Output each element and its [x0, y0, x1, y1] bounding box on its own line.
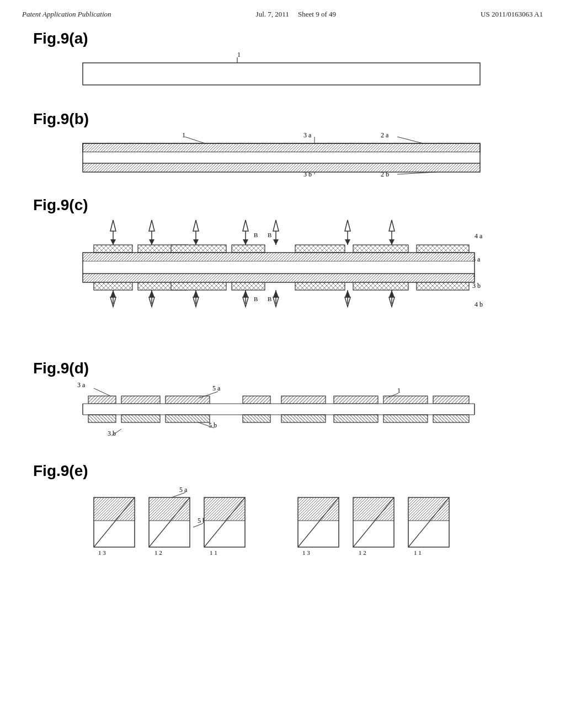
fig9e-svg: 5 a 5 b 1 3 1 2 [77, 483, 497, 571]
svg-rect-62 [232, 282, 265, 290]
header-sheet: Sheet 9 of 49 [298, 10, 336, 18]
svg-rect-113 [166, 415, 210, 422]
svg-marker-76 [243, 290, 248, 297]
svg-text:4 a: 4 a [475, 232, 483, 240]
fig9b-block: Fig.9(b) 1 3 a 2 a 3 b 2 b [33, 110, 532, 181]
svg-rect-99 [121, 396, 160, 404]
svg-rect-46 [171, 245, 226, 253]
svg-rect-101 [243, 396, 270, 404]
svg-text:5 a: 5 a [212, 384, 221, 392]
svg-rect-106 [83, 404, 475, 415]
fig9d-label: Fig.9(d) [33, 360, 532, 377]
svg-text:5 a: 5 a [179, 486, 188, 494]
svg-rect-102 [281, 396, 326, 404]
svg-rect-115 [281, 415, 326, 422]
svg-rect-59 [94, 282, 132, 290]
svg-rect-155 [408, 497, 449, 521]
svg-marker-26 [193, 220, 199, 231]
svg-rect-58 [83, 274, 475, 282]
header-date: Jul. 7, 2011 [256, 10, 289, 18]
svg-rect-103 [334, 396, 378, 404]
fig9c-svg: B B 4 a 3 a [77, 217, 497, 344]
fig9a-diagram: 1 [77, 51, 532, 95]
svg-rect-130 [94, 497, 135, 521]
svg-rect-100 [166, 396, 210, 404]
svg-marker-79 [273, 290, 279, 297]
svg-marker-37 [345, 239, 350, 245]
svg-rect-105 [433, 396, 469, 404]
svg-rect-49 [353, 245, 408, 253]
svg-marker-35 [345, 220, 350, 231]
svg-text:B: B [268, 232, 271, 238]
svg-marker-25 [149, 239, 154, 245]
svg-marker-38 [389, 220, 395, 231]
svg-rect-98 [88, 396, 116, 404]
svg-marker-85 [389, 290, 395, 297]
fig9c-block: Fig.9(c) [33, 196, 532, 344]
svg-marker-20 [110, 220, 116, 231]
svg-marker-29 [243, 220, 248, 231]
svg-marker-31 [243, 239, 248, 245]
svg-rect-135 [149, 497, 190, 521]
fig9b-diagram: 1 3 a 2 a 3 b 2 b [77, 131, 532, 181]
svg-rect-13 [83, 163, 480, 172]
svg-rect-9 [83, 143, 480, 152]
svg-rect-47 [232, 245, 265, 253]
fig9d-block: Fig.9(d) 3 a 5 a 1 [33, 360, 532, 447]
header-center: Jul. 7, 2011 Sheet 9 of 49 [256, 10, 336, 19]
svg-text:1 1: 1 1 [414, 549, 422, 556]
fig9b-svg [77, 131, 497, 181]
svg-marker-22 [110, 239, 116, 245]
svg-rect-44 [94, 245, 132, 253]
svg-rect-48 [295, 245, 345, 253]
svg-rect-140 [204, 497, 245, 521]
fig9a-label: Fig.9(a) [33, 30, 532, 47]
svg-rect-145 [298, 497, 339, 521]
svg-text:1 3: 1 3 [302, 549, 310, 556]
header-right: US 2011/0163063 A1 [481, 10, 543, 19]
svg-marker-28 [193, 239, 199, 245]
main-content: Fig.9(a) 1 Fig.9(b) 1 3 a 2 a 3 b 2 b [0, 24, 565, 598]
svg-rect-150 [353, 497, 394, 521]
fig9c-diagram: B B 4 a 3 a [77, 217, 532, 344]
svg-marker-67 [110, 290, 116, 297]
svg-marker-40 [389, 239, 395, 245]
fig9a-svg [77, 51, 497, 95]
svg-rect-54 [83, 261, 475, 274]
fig9a-block: Fig.9(a) 1 [33, 30, 532, 95]
svg-rect-65 [417, 282, 469, 290]
fig9e-diagram: 5 a 5 b 1 3 1 2 [77, 483, 532, 571]
svg-rect-112 [121, 415, 160, 422]
svg-rect-52 [83, 253, 475, 261]
header-left: Patent Application Publication [22, 10, 111, 19]
fig9d-svg: 3 a 5 a 1 [77, 381, 497, 447]
fig9e-block: Fig.9(e) 5 a 5 b [33, 462, 532, 571]
fig9c-label: Fig.9(c) [33, 196, 532, 214]
svg-rect-111 [88, 415, 116, 422]
svg-marker-73 [193, 290, 199, 297]
svg-line-93 [94, 388, 110, 396]
svg-text:1 3: 1 3 [98, 549, 106, 556]
svg-marker-82 [345, 290, 350, 297]
svg-marker-23 [149, 220, 154, 231]
svg-text:1: 1 [397, 387, 401, 394]
svg-text:1 1: 1 1 [210, 549, 217, 556]
svg-marker-70 [149, 290, 154, 297]
svg-rect-63 [295, 282, 345, 290]
svg-marker-32 [273, 220, 279, 231]
svg-text:B: B [268, 296, 271, 302]
svg-text:4 b: 4 b [475, 301, 483, 308]
fig9d-diagram: 3 a 5 a 1 [77, 381, 532, 447]
svg-text:B: B [254, 296, 258, 302]
svg-rect-1 [83, 63, 480, 85]
svg-rect-61 [171, 282, 226, 290]
svg-rect-10 [83, 152, 480, 163]
svg-rect-118 [433, 415, 469, 422]
svg-rect-116 [334, 415, 378, 422]
fig9e-label: Fig.9(e) [33, 462, 532, 480]
svg-marker-34 [273, 239, 279, 245]
svg-rect-50 [417, 245, 469, 253]
svg-rect-114 [243, 415, 270, 422]
svg-text:3 a: 3 a [77, 381, 86, 389]
svg-text:1 2: 1 2 [154, 549, 162, 556]
